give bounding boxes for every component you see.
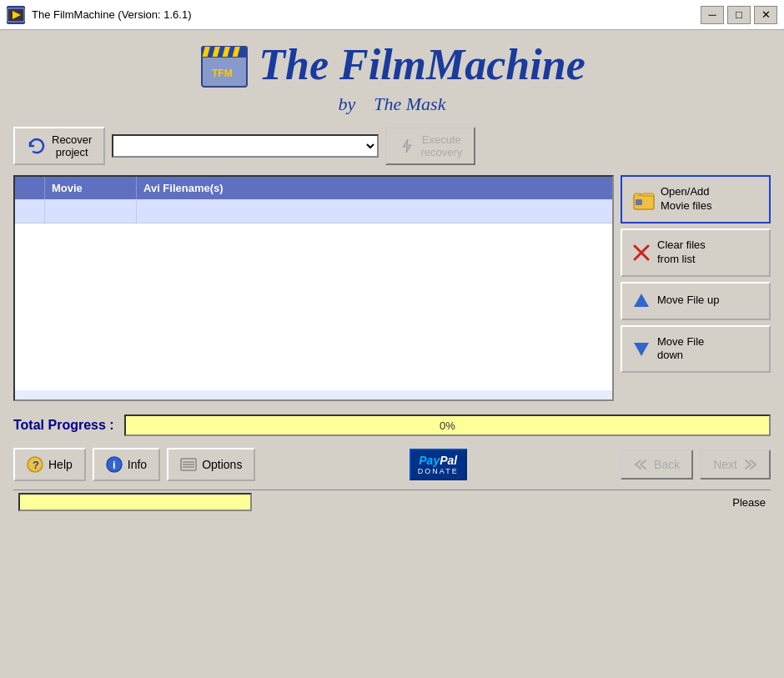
svg-marker-15: [634, 343, 649, 356]
open-add-files-button[interactable]: Open/AddMovie files: [621, 175, 771, 223]
info-label: Info: [128, 458, 147, 471]
svg-text:?: ?: [33, 459, 39, 471]
move-file-down-label: Move Filedown: [657, 335, 704, 364]
options-button[interactable]: Options: [167, 448, 255, 481]
file-area: Movie Avi Filename(s): [13, 175, 771, 401]
window-title: The FilmMachine (Version: 1.6.1): [32, 8, 701, 21]
window-controls: ─ □ ✕: [701, 6, 777, 24]
back-button[interactable]: Back: [621, 449, 693, 480]
svg-marker-9: [403, 139, 411, 153]
minimize-button[interactable]: ─: [701, 6, 724, 24]
progress-bar: 0%: [124, 414, 771, 436]
clear-files-button[interactable]: Clear filesfrom list: [621, 229, 771, 277]
svg-marker-14: [634, 294, 649, 307]
recover-icon: [27, 136, 47, 156]
clear-files-label: Clear filesfrom list: [657, 239, 706, 267]
bottom-buttons: ? Help i Info Options PayPal DO: [13, 448, 771, 481]
main-window: TFM The FilmMachine by The Mask Recoverp…: [0, 30, 784, 678]
x-icon: [632, 244, 651, 262]
app-logo: TFM: [199, 40, 249, 90]
progress-label: Total Progress :: [13, 418, 114, 433]
col-filename-header: Avi Filename(s): [137, 177, 612, 199]
options-icon: [180, 456, 197, 473]
paypal-button[interactable]: PayPal DONATE: [410, 449, 467, 480]
back-arrow-icon: [634, 459, 649, 470]
app-title: The FilmMachine: [259, 43, 585, 87]
svg-text:TFM: TFM: [212, 68, 233, 79]
title-bar: The FilmMachine (Version: 1.6.1) ─ □ ✕: [0, 0, 784, 30]
recover-row: Recoverproject Executerecovery: [13, 127, 771, 165]
back-label: Back: [654, 458, 680, 471]
svg-rect-11: [636, 199, 642, 205]
app-subtitle: by The Mask: [13, 93, 771, 115]
progress-section: Total Progress : 0%: [13, 414, 771, 436]
file-action-buttons: Open/AddMovie files Clear filesfrom list: [621, 175, 771, 401]
table-empty-space: [15, 223, 612, 390]
move-file-down-button[interactable]: Move Filedown: [621, 325, 771, 374]
info-icon: i: [106, 456, 123, 473]
next-arrow-icon: [742, 459, 757, 470]
help-label: Help: [48, 458, 73, 471]
table-row[interactable]: [15, 199, 612, 223]
help-button[interactable]: ? Help: [13, 448, 86, 481]
file-table: Movie Avi Filename(s): [13, 175, 614, 401]
svg-text:i: i: [113, 459, 116, 471]
close-button[interactable]: ✕: [754, 6, 777, 24]
maximize-button[interactable]: □: [727, 6, 751, 24]
row-check: [15, 199, 45, 223]
status-bar: Please: [13, 490, 771, 514]
recover-project-button[interactable]: Recoverproject: [13, 127, 105, 165]
next-button[interactable]: Next: [700, 449, 771, 480]
progress-value: 0%: [440, 419, 455, 432]
open-add-files-label: Open/AddMovie files: [661, 185, 711, 213]
status-text: Please: [732, 496, 766, 509]
subtitle-name: The Mask: [374, 93, 445, 114]
table-body: [15, 199, 612, 399]
recover-project-label: Recoverproject: [52, 133, 92, 158]
folder-icon: [632, 188, 654, 210]
paypal-label-top: PayPal: [419, 454, 457, 467]
col-movie-header: Movie: [45, 177, 137, 199]
row-movie: [45, 199, 137, 223]
status-input[interactable]: [18, 493, 252, 511]
next-label: Next: [713, 458, 737, 471]
move-file-up-label: Move File up: [657, 294, 719, 308]
execute-recovery-button[interactable]: Executerecovery: [385, 127, 475, 165]
app-icon: [7, 6, 25, 24]
header-top: TFM The FilmMachine: [13, 40, 771, 90]
subtitle-by: by: [339, 93, 356, 114]
lightning-icon: [399, 138, 415, 154]
recover-dropdown[interactable]: [112, 134, 379, 158]
info-button[interactable]: i Info: [93, 448, 160, 481]
options-label: Options: [202, 458, 242, 471]
app-header: TFM The FilmMachine by The Mask: [13, 40, 771, 115]
col-checkbox-header: [15, 177, 45, 199]
arrow-up-icon: [632, 292, 651, 310]
help-icon: ?: [27, 456, 43, 473]
arrow-down-icon: [632, 339, 651, 358]
move-file-up-button[interactable]: Move File up: [621, 282, 771, 320]
row-filename: [137, 199, 612, 223]
execute-recovery-label: Executerecovery: [420, 133, 462, 158]
table-header: Movie Avi Filename(s): [15, 177, 612, 199]
paypal-donate-label: DONATE: [418, 467, 459, 475]
